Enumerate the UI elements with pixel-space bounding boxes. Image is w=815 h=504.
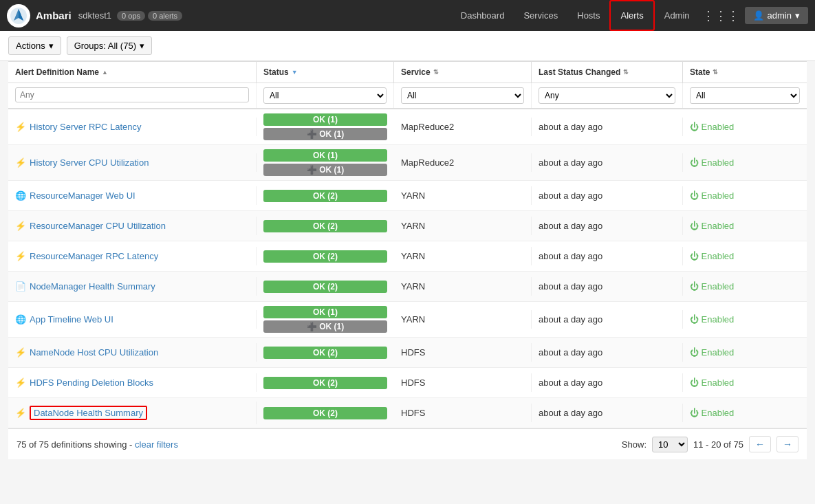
state-enabled-label: ⏻ Enabled (690, 251, 734, 261)
last-changed-cell: about a day ago (532, 153, 683, 172)
alert-name-link[interactable]: History Server CPU Utilization (30, 157, 149, 168)
service-cell: YARN (394, 217, 532, 235)
ok-badge-primary[interactable]: OK (2) (263, 377, 387, 389)
alert-name-link[interactable]: HDFS Pending Deletion Blocks (30, 377, 153, 388)
bolt-icon: ⚡ (15, 408, 26, 418)
next-page-button[interactable]: → (776, 436, 798, 452)
alert-name-link[interactable]: History Server RPC Latency (30, 122, 142, 132)
table-row: 🌐App Timeline Web UIOK (1)➕ OK (1)YARNab… (8, 302, 807, 338)
alert-name-link[interactable]: NameNode Host CPU Utilization (30, 347, 158, 358)
ok-badge-primary[interactable]: OK (2) (263, 281, 387, 293)
ops-badge[interactable]: 0 ops (117, 11, 145, 21)
status-cell: OK (1)➕ OK (1) (257, 302, 394, 337)
state-cell: ⏻ Enabled (683, 310, 807, 329)
filter-status-cell: All OK WARNING CRITICAL UNKNOWN (257, 83, 394, 108)
table-row: 📄NodeManager Health SummaryOK (2)YARNabo… (8, 272, 807, 302)
alerts-table-container: Alert Definition Name ▲ Status ▼ Service… (0, 61, 815, 468)
table-row: ⚡NameNode Host CPU UtilizationOK (2)HDFS… (8, 338, 807, 368)
ok-badge-primary[interactable]: OK (1) (263, 306, 387, 318)
status-cell: OK (2) (257, 373, 394, 393)
show-select[interactable]: 10 25 50 100 (652, 437, 688, 452)
service-cell: MapReduce2 (394, 118, 532, 136)
footer-right: Show: 10 25 50 100 11 - 20 of 75 ← → (622, 436, 798, 452)
col-header-status[interactable]: Status ▼ (257, 62, 394, 83)
state-enabled-label: ⏻ Enabled (690, 122, 734, 132)
clear-filters-link[interactable]: clear filters (135, 439, 178, 450)
name-cell: 🌐ResourceManager Web UI (8, 186, 257, 205)
ok-badge-secondary[interactable]: ➕ OK (1) (263, 128, 387, 140)
alert-name-link[interactable]: DataNode Health Summary (30, 406, 147, 420)
filter-last-changed-select[interactable]: Any 1 hour 12 hours 1 day 1 week (539, 87, 675, 104)
filter-service-cell: All YARN HDFS MapReduce2 (394, 83, 532, 108)
globe-icon: 🌐 (15, 190, 26, 201)
col-header-last-changed[interactable]: Last Status Changed ⇅ (532, 62, 683, 83)
admin-label: admin (768, 10, 792, 21)
ok-badge-primary[interactable]: OK (2) (263, 407, 387, 419)
service-cell: HDFS (394, 373, 532, 392)
nav-dashboard[interactable]: Dashboard (451, 0, 514, 31)
alert-name-link[interactable]: NodeManager Health Summary (30, 281, 155, 292)
status-cell: OK (2) (257, 216, 394, 237)
state-cell: ⏻ Enabled (683, 343, 807, 362)
ok-badge-primary[interactable]: OK (2) (263, 190, 387, 202)
filter-service-select[interactable]: All YARN HDFS MapReduce2 (401, 87, 524, 104)
toolbar: Actions ▾ Groups: All (75) ▾ (0, 31, 815, 61)
table-row: ⚡History Server RPC LatencyOK (1)➕ OK (1… (8, 109, 807, 145)
ok-badge-secondary[interactable]: ➕ OK (1) (263, 320, 387, 333)
column-headers: Alert Definition Name ▲ Status ▼ Service… (8, 61, 807, 83)
filter-status-select[interactable]: All OK WARNING CRITICAL UNKNOWN (263, 87, 387, 104)
groups-button[interactable]: Groups: All (75) ▾ (67, 36, 152, 55)
alert-name-link[interactable]: ResourceManager RPC Latency (30, 251, 158, 261)
actions-label: Actions (16, 41, 45, 51)
bolt-icon: ⚡ (15, 157, 26, 168)
name-cell: 🌐App Timeline Web UI (8, 310, 257, 329)
table-footer: 75 of 75 definitions showing - clear fil… (8, 428, 807, 459)
alerts-badge[interactable]: 0 alerts (148, 11, 182, 21)
col-header-service[interactable]: Service ⇅ (394, 62, 532, 83)
actions-button[interactable]: Actions ▾ (8, 36, 61, 55)
ok-badge-primary[interactable]: OK (2) (263, 220, 387, 232)
show-label: Show: (622, 439, 646, 450)
last-changed-cell: about a day ago (532, 277, 683, 296)
nav-alerts[interactable]: Alerts (609, 0, 654, 31)
filter-state-cell: All Enabled Disabled (683, 83, 807, 108)
ambari-logo (7, 4, 30, 28)
last-changed-cell: about a day ago (532, 404, 683, 422)
ok-badge-primary[interactable]: OK (1) (263, 113, 387, 126)
state-cell: ⏻ Enabled (683, 153, 807, 172)
name-cell: ⚡NameNode Host CPU Utilization (8, 343, 257, 362)
filter-state-select[interactable]: All Enabled Disabled (690, 87, 800, 104)
bolt-icon: ⚡ (15, 377, 26, 388)
groups-dropdown-icon: ▾ (140, 41, 144, 51)
last-changed-cell: about a day ago (532, 373, 683, 392)
col-state-label: State (690, 67, 710, 77)
nav-hosts[interactable]: Hosts (567, 0, 609, 31)
col-header-state[interactable]: State ⇅ (683, 62, 807, 83)
alert-name-link[interactable]: ResourceManager CPU Utilization (30, 221, 166, 231)
brand: Ambari (7, 4, 72, 28)
ok-badge-primary[interactable]: OK (2) (263, 347, 387, 359)
service-cell: YARN (394, 247, 532, 265)
ok-badge-secondary[interactable]: ➕ OK (1) (263, 164, 387, 176)
col-header-name[interactable]: Alert Definition Name ▲ (8, 62, 257, 83)
prev-page-button[interactable]: ← (749, 436, 771, 452)
last-changed-cell: about a day ago (532, 217, 683, 235)
alert-name-link[interactable]: ResourceManager Web UI (30, 190, 135, 201)
nav-services[interactable]: Services (514, 0, 567, 31)
nav-admin[interactable]: Admin (655, 0, 699, 31)
alert-name-link[interactable]: App Timeline Web UI (30, 314, 113, 325)
nav-links: Dashboard Services Hosts Alerts Admin (451, 0, 699, 31)
bolt-icon: ⚡ (15, 347, 26, 358)
last-changed-cell: about a day ago (532, 343, 683, 362)
last-changed-cell: about a day ago (532, 118, 683, 136)
groups-label: Groups: All (75) (74, 41, 136, 51)
last-changed-cell: about a day ago (532, 247, 683, 265)
admin-button[interactable]: 👤 admin ▾ (745, 7, 808, 24)
service-cell: YARN (394, 310, 532, 329)
grid-icon[interactable]: ⋮⋮⋮ (702, 8, 739, 23)
col-state-sort-icon: ⇅ (713, 69, 718, 76)
ok-badge-primary[interactable]: OK (1) (263, 149, 387, 162)
filter-name-input[interactable] (15, 87, 249, 102)
status-cell: OK (2) (257, 342, 394, 363)
ok-badge-primary[interactable]: OK (2) (263, 250, 387, 263)
